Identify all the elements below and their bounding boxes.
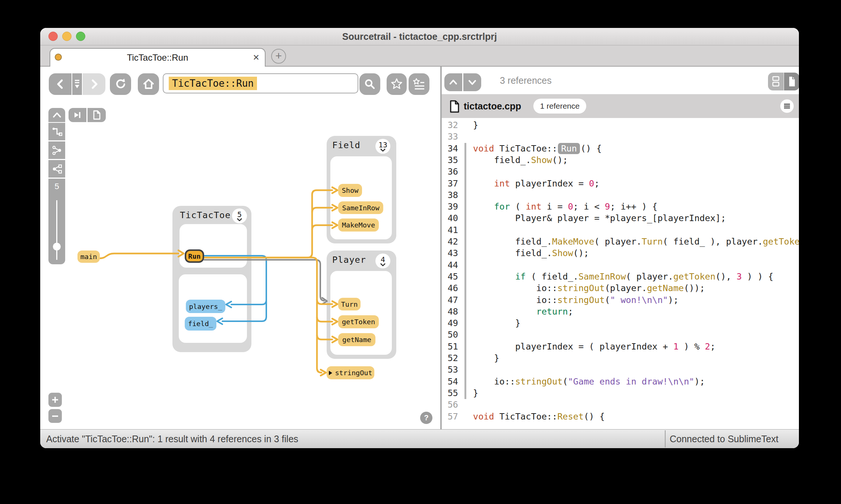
code-line-52[interactable]: 52 } [442, 353, 799, 364]
collapse-triangle-icon [329, 370, 333, 376]
class-node-tictactoe-label[interactable]: TicTacToe [180, 210, 231, 220]
tab-title: TicTacToe::Run [50, 49, 265, 67]
chevron-up-icon [448, 77, 458, 87]
star-icon [390, 78, 403, 90]
zoom-in-button[interactable] [48, 393, 62, 407]
graph-node-sameinrow[interactable]: SameInRow [338, 201, 383, 214]
plus-icon [51, 396, 59, 403]
graph-node-main[interactable]: main [77, 251, 100, 263]
history-dropdown-button[interactable] [72, 73, 82, 95]
graph-node-players[interactable]: players_ [186, 300, 225, 313]
graph-depth-value: 5 [48, 182, 65, 191]
line-number: 36 [442, 166, 458, 178]
code-line-55[interactable]: 55} [442, 387, 799, 399]
home-icon [142, 78, 155, 90]
code-line-32[interactable]: 32} [442, 119, 799, 131]
graph-node-getname[interactable]: getName [338, 333, 375, 346]
snippet-view-icon [771, 75, 781, 88]
home-button[interactable] [138, 73, 159, 95]
graph-node-run[interactable]: Run [185, 249, 204, 263]
file-reference-badge: 1 reference [533, 99, 586, 114]
tab-close-icon[interactable]: ✕ [253, 49, 260, 67]
graph-depth-slider[interactable]: 5 [48, 179, 65, 264]
graph-node-gettoken[interactable]: getToken [338, 315, 379, 328]
code-line-46[interactable]: 46 io::stringOut(player.getName()); [442, 283, 799, 294]
code-line-36[interactable]: 36 [442, 166, 799, 178]
code-line-38[interactable]: 38 [442, 189, 799, 201]
graph-node-show[interactable]: Show [338, 184, 362, 197]
code-line-51[interactable]: 51 playerIndex = ( playerIndex + 1 ) % 2… [442, 341, 799, 353]
line-number: 55 [442, 387, 458, 399]
connection-status[interactable]: Connected to SublimeText [670, 430, 778, 448]
class-node-player-count-badge[interactable]: 4 [375, 253, 390, 268]
bookmark-button[interactable] [387, 73, 407, 95]
custom-trail-dialog-button[interactable] [69, 108, 86, 122]
code-line-40[interactable]: 40 Player& player = *players_[playerInde… [442, 213, 799, 224]
line-number: 51 [442, 341, 458, 353]
next-reference-button[interactable] [463, 73, 481, 91]
code-line-48[interactable]: 48 return; [442, 306, 799, 318]
forward-button[interactable] [83, 73, 105, 95]
line-number: 40 [442, 213, 458, 224]
class-node-field-count-badge[interactable]: 13 [375, 139, 390, 154]
chevron-left-icon [55, 78, 66, 90]
status-bar: Activate "TicTacToe::Run": 1 result with… [40, 429, 799, 448]
file-view-icon [787, 75, 797, 88]
tab-tictactoe-run[interactable]: TicTacToe::Run ✕ [50, 48, 266, 67]
class-node-tictactoe-count-badge[interactable]: 5 [232, 208, 247, 223]
code-line-33[interactable]: 33 [442, 131, 799, 143]
previous-reference-button[interactable] [444, 73, 462, 91]
code-line-45[interactable]: 45 if ( field_.SameInRow( player.getToke… [442, 271, 799, 283]
slider-knob[interactable] [53, 243, 61, 251]
search-button[interactable] [359, 73, 380, 95]
expand-chevron-icon [380, 149, 386, 151]
new-tab-button[interactable]: + [271, 49, 286, 64]
line-number: 35 [442, 154, 458, 166]
code-line-37[interactable]: 37 int playerIndex = 0; [442, 178, 799, 189]
line-number: 41 [442, 224, 458, 236]
collapse-toolbar-button[interactable] [48, 108, 65, 122]
line-number: 48 [442, 306, 458, 318]
code-line-49[interactable]: 49 } [442, 318, 799, 329]
code-line-57[interactable]: 57void TicTacToe::Reset() { [442, 411, 799, 422]
snippet-view-button[interactable] [768, 73, 784, 90]
help-button[interactable]: ? [420, 412, 432, 424]
code-line-42[interactable]: 42 field_.MakeMove( player.Turn( field_ … [442, 236, 799, 248]
custom-trail-button[interactable] [48, 123, 65, 140]
toolbar: TicTacToe::Run [40, 67, 440, 99]
slider-track[interactable] [56, 200, 57, 260]
code-line-41[interactable]: 41 [442, 224, 799, 236]
graph-node-field[interactable]: field_ [185, 317, 216, 331]
search-input[interactable]: TicTacToe::Run [163, 73, 358, 93]
code-line-39[interactable]: 39 for ( int i = 0; i < 9; i++ ) { [442, 201, 799, 213]
class-node-field-label[interactable]: Field [332, 140, 361, 150]
code-line-47[interactable]: 47 io::stringOut(" won!\n\n"); [442, 294, 799, 306]
zoom-out-button[interactable] [48, 409, 62, 423]
refresh-button[interactable] [110, 73, 131, 95]
back-button[interactable] [49, 73, 72, 95]
code-line-54[interactable]: 54 io::stringOut("Game ends in draw!\n\n… [442, 376, 799, 387]
expand-chevron-icon [237, 218, 242, 221]
code-line-44[interactable]: 44 [442, 259, 799, 271]
code-line-34[interactable]: 34void TicTacToe::Run() { [442, 143, 799, 154]
code-line-56[interactable]: 56 [442, 399, 799, 411]
graph-depth-button[interactable] [48, 141, 65, 159]
graph-node-turn[interactable]: Turn [338, 298, 361, 310]
graph-node-makemove[interactable]: MakeMove [338, 218, 379, 232]
class-node-player-label[interactable]: Player [332, 255, 366, 265]
bookmark-list-button[interactable] [409, 73, 429, 95]
code-line-35[interactable]: 35 field_.Show(); [442, 154, 799, 166]
line-number: 43 [442, 248, 458, 259]
code-line-53[interactable]: 53 [442, 364, 799, 376]
file-menu-button[interactable] [780, 99, 794, 113]
history-menu-icon [74, 79, 80, 90]
file-name[interactable]: tictactoe.cpp [464, 94, 521, 118]
line-number: 49 [442, 318, 458, 329]
code-line-50[interactable]: 50 [442, 329, 799, 341]
code-line-43[interactable]: 43 field_.Show(); [442, 248, 799, 259]
graph-node-stringout[interactable]: stringOut [327, 366, 374, 379]
file-view-button[interactable] [784, 73, 799, 90]
file-overview-button[interactable] [88, 108, 106, 122]
document-icon [93, 110, 101, 120]
share-layout-button[interactable] [48, 160, 65, 178]
